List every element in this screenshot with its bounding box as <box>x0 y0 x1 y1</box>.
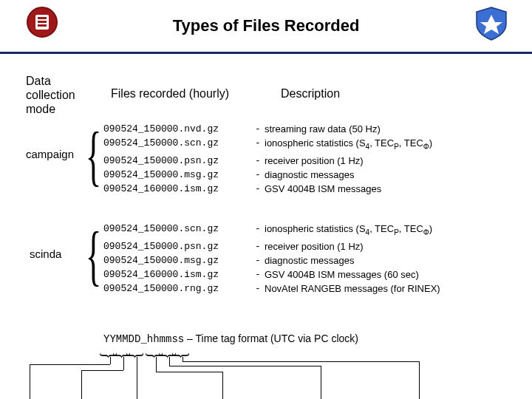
svg-rect-4 <box>38 24 47 27</box>
file-name: 090524_150000.msg.gz <box>103 253 251 267</box>
dash-separator: - <box>251 282 265 296</box>
file-row: 090524_150000.msg.gz-diagnostic messages <box>103 253 440 267</box>
dash-separator: - <box>251 267 265 282</box>
file-name: 090524_150000.scn.gz <box>103 222 251 239</box>
file-name: 090524_150000.psn.gz <box>103 239 251 253</box>
dash-separator: - <box>251 136 265 154</box>
file-group-scinda: 090524_150000.scn.gz-ionospheric statist… <box>103 222 440 296</box>
time-format-arrows: year month(1-12) day(1-31) hour(0-23) mi… <box>0 351 532 399</box>
file-row: 090524_150000.scn.gz-ionospheric statist… <box>103 136 432 154</box>
file-name: 090524_150000.psn.gz <box>103 154 251 168</box>
slide-title: Types of Files Recorded <box>0 0 532 35</box>
file-name: 090524_160000.ism.gz <box>103 182 251 196</box>
time-format-line: YYMMDD_hhmmss – Time tag format (UTC via… <box>103 332 358 345</box>
file-description: ionospheric statistics (S4, TECP, TECΦ) <box>265 136 432 154</box>
dash-separator: - <box>251 182 265 196</box>
file-description: GSV 4004B ISM messages (60 sec) <box>265 267 419 282</box>
file-name: 090524_150000.nvd.gz <box>103 122 251 136</box>
svg-rect-3 <box>38 21 47 23</box>
mode-label-campaign: campaign <box>26 148 74 160</box>
brace-icon: { <box>86 129 102 183</box>
time-format-desc: – Time tag format (UTC via PC clock) <box>184 332 358 344</box>
file-row: 090524_160000.ism.gz-GSV 4004B ISM messa… <box>103 182 432 196</box>
time-format-pattern: YYMMDD_hhmmss <box>103 333 184 345</box>
dash-separator: - <box>251 154 265 168</box>
brace-icon: { <box>86 229 102 282</box>
column-headers: Data collection mode Files recorded (hou… <box>0 59 532 111</box>
dash-separator: - <box>251 222 265 239</box>
slide-content: Data collection mode Files recorded (hou… <box>0 59 532 111</box>
file-description: receiver position (1 Hz) <box>265 154 364 168</box>
file-name: 090524_150000.scn.gz <box>103 136 251 154</box>
dash-separator: - <box>251 168 265 182</box>
file-row: 090524_150000.psn.gz-receiver position (… <box>103 239 440 253</box>
mode-label-scinda: scinda <box>30 248 61 260</box>
file-name: 090524_160000.ism.gz <box>103 267 251 282</box>
file-row: 090524_150000.msg.gz-diagnostic messages <box>103 168 432 182</box>
file-description: diagnostic messages <box>265 253 354 267</box>
file-row: 090524_150000.scn.gz-ionospheric statist… <box>103 222 440 239</box>
file-row: 090524_150000.rng.gz-NovAtel RANGEB mess… <box>103 282 440 296</box>
file-row: 090524_150000.nvd.gz-streaming raw data … <box>103 122 432 136</box>
file-description: diagnostic messages <box>265 168 354 182</box>
file-row: 090524_160000.ism.gz-GSV 4004B ISM messa… <box>103 267 440 282</box>
file-name: 090524_150000.msg.gz <box>103 168 251 182</box>
svg-rect-2 <box>38 17 47 19</box>
slide-header: Types of Files Recorded <box>0 0 532 54</box>
file-description: streaming raw data (50 Hz) <box>265 122 381 136</box>
column-header-files: Files recorded (hourly) <box>111 87 229 100</box>
file-name: 090524_150000.rng.gz <box>103 282 251 296</box>
file-description: receiver position (1 Hz) <box>265 239 364 253</box>
dash-separator: - <box>251 253 265 267</box>
dash-separator: - <box>251 122 265 136</box>
file-row: 090524_150000.psn.gz-receiver position (… <box>103 154 432 168</box>
air-force-shield-logo <box>473 4 510 41</box>
file-description: ionospheric statistics (S4, TECP, TECΦ) <box>265 222 432 239</box>
column-header-mode: Data collection mode <box>26 74 92 117</box>
university-shield-logo <box>26 6 58 38</box>
column-header-desc: Description <box>281 87 340 100</box>
file-group-campaign: 090524_150000.nvd.gz-streaming raw data … <box>103 122 432 196</box>
file-description: GSV 4004B ISM messages <box>265 182 381 196</box>
dash-separator: - <box>251 239 265 253</box>
file-description: NovAtel RANGEB messages (for RINEX) <box>265 282 440 296</box>
